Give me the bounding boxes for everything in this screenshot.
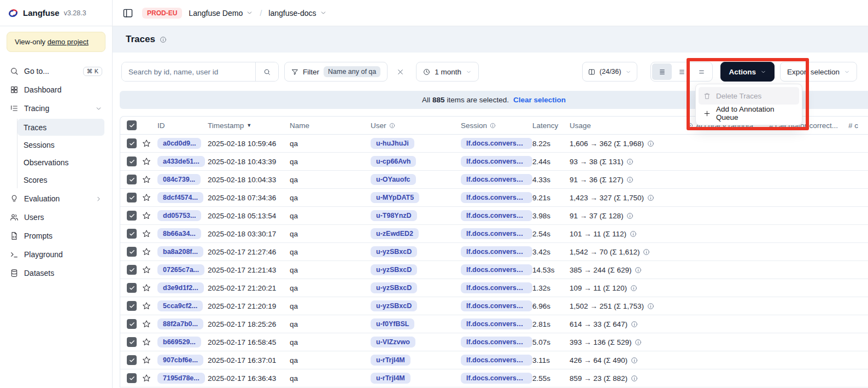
bookmark-star-icon[interactable] bbox=[142, 302, 151, 310]
trace-id-badge[interactable]: a433de51... bbox=[157, 156, 205, 167]
sidebar-item-tracing[interactable]: Tracing bbox=[5, 99, 107, 118]
table-row[interactable]: d3e9d1f2... 2025-02-17 21:20:21 qa u-yzS… bbox=[120, 279, 868, 297]
bookmark-star-icon[interactable] bbox=[142, 211, 151, 220]
row-checkbox[interactable] bbox=[127, 355, 137, 365]
trace-id-badge[interactable]: 084c739... bbox=[157, 174, 201, 185]
clear-filter-button[interactable] bbox=[392, 63, 408, 80]
sidebar-item-evaluation[interactable]: Evaluation bbox=[5, 189, 107, 208]
row-height-medium-button[interactable] bbox=[672, 63, 691, 80]
org-selector[interactable]: Langfuse Demo bbox=[189, 9, 253, 18]
bookmark-star-icon[interactable] bbox=[142, 157, 151, 166]
user-id-badge[interactable]: u-yzSBxcD bbox=[371, 246, 417, 257]
trace-id-badge[interactable]: ba8a208f... bbox=[157, 246, 203, 257]
trace-id-badge[interactable]: 7195d78e... bbox=[157, 373, 205, 384]
user-id-badge[interactable]: u-rTrjI4M bbox=[371, 355, 410, 366]
bookmark-star-icon[interactable] bbox=[142, 356, 151, 364]
trace-id-badge[interactable]: 88f2a7b0... bbox=[157, 318, 203, 329]
session-id-badge[interactable]: lf.docs.conversation... bbox=[461, 282, 532, 293]
row-checkbox[interactable] bbox=[127, 193, 137, 202]
user-id-badge[interactable]: u-MYpDAT5 bbox=[371, 192, 419, 203]
filter-button[interactable]: Filter Name any of qa bbox=[284, 62, 388, 82]
usage-info-icon[interactable] bbox=[647, 140, 654, 147]
row-checkbox[interactable] bbox=[127, 247, 137, 257]
usage-info-icon[interactable] bbox=[626, 158, 634, 165]
timeframe-select[interactable]: 1 month bbox=[416, 62, 479, 82]
trace-id-badge[interactable]: 8dcf4574... bbox=[157, 192, 203, 203]
project-selector[interactable]: langfuse-docs bbox=[268, 9, 326, 18]
table-row[interactable]: a0cd0d9... 2025-02-18 10:59:46 qa u-huJh… bbox=[120, 135, 868, 153]
header-timestamp[interactable]: Timestamp▼ bbox=[208, 121, 290, 130]
table-row[interactable]: 8dcf4574... 2025-02-18 07:34:36 qa u-MYp… bbox=[120, 189, 868, 207]
usage-info-icon[interactable] bbox=[631, 375, 638, 382]
sidebar-item-observations[interactable]: Observations bbox=[17, 154, 104, 171]
session-id-badge[interactable]: lf.docs.conversation... bbox=[461, 355, 532, 366]
session-id-badge[interactable]: lf.docs.conversation... bbox=[461, 138, 532, 149]
menu-item-delete-traces[interactable]: Delete Traces bbox=[699, 87, 799, 105]
table-row[interactable]: ba8a208f... 2025-02-17 21:27:46 qa u-yzS… bbox=[120, 243, 868, 261]
column-visibility-button[interactable]: (24/36) bbox=[582, 62, 638, 82]
trace-id-badge[interactable]: b669529... bbox=[157, 337, 201, 348]
row-checkbox[interactable] bbox=[127, 373, 137, 383]
sidebar-item-playground[interactable]: Playground bbox=[5, 245, 107, 264]
usage-info-icon[interactable] bbox=[631, 321, 638, 328]
usage-info-icon[interactable] bbox=[626, 212, 634, 219]
trace-id-badge[interactable]: a0cd0d9... bbox=[157, 138, 201, 149]
info-icon[interactable] bbox=[389, 123, 395, 129]
bookmark-star-icon[interactable] bbox=[142, 265, 151, 274]
usage-info-icon[interactable] bbox=[647, 194, 654, 201]
session-id-badge[interactable]: lf.docs.conversation... bbox=[461, 373, 532, 384]
table-row[interactable]: 8b66a34... 2025-02-18 03:30:17 qa u-zEwd… bbox=[120, 225, 868, 243]
row-checkbox[interactable] bbox=[127, 283, 137, 293]
table-row[interactable]: 07265c7a... 2025-02-17 21:21:43 qa u-yzS… bbox=[120, 261, 868, 279]
sidebar-item-goto[interactable]: Go to... ⌘ K bbox=[5, 62, 107, 80]
usage-info-icon[interactable] bbox=[635, 267, 642, 274]
sidebar-toggle-button[interactable] bbox=[120, 5, 136, 21]
sidebar-item-users[interactable]: Users bbox=[5, 208, 107, 227]
session-id-badge[interactable]: lf.docs.conversation... bbox=[461, 192, 532, 203]
bookmark-star-icon[interactable] bbox=[142, 193, 151, 202]
trace-id-badge[interactable]: dd05753... bbox=[157, 210, 201, 221]
demo-project-link[interactable]: demo project bbox=[48, 38, 89, 46]
row-checkbox[interactable] bbox=[127, 138, 137, 148]
info-icon[interactable] bbox=[490, 123, 496, 129]
user-id-badge[interactable]: u-huJhuJi bbox=[371, 138, 414, 149]
table-row[interactable]: b669529... 2025-02-17 16:58:45 qa u-VIZz… bbox=[120, 333, 868, 351]
usage-info-icon[interactable] bbox=[630, 285, 637, 292]
user-id-badge[interactable]: u-VIZzvwo bbox=[371, 337, 415, 348]
row-checkbox[interactable] bbox=[127, 319, 137, 329]
table-row[interactable]: 907cbf6e... 2025-02-17 16:37:01 qa u-rTr… bbox=[120, 351, 868, 369]
session-id-badge[interactable]: lf.docs.conversation... bbox=[461, 318, 532, 329]
menu-item-add-to-annotation-queue[interactable]: Add to Annotation Queue bbox=[699, 105, 799, 122]
user-id-badge[interactable]: u-OYauofc bbox=[371, 174, 416, 185]
session-id-badge[interactable]: lf.docs.conversation... bbox=[461, 264, 532, 275]
sidebar-item-traces[interactable]: Traces bbox=[17, 119, 104, 136]
table-row[interactable]: dd05753... 2025-02-18 05:13:54 qa u-T98Y… bbox=[120, 207, 868, 225]
sidebar-item-sessions[interactable]: Sessions bbox=[17, 136, 104, 153]
trace-id-badge[interactable]: 5cca9cf2... bbox=[157, 300, 203, 311]
bookmark-star-icon[interactable] bbox=[142, 283, 151, 292]
clear-selection-link[interactable]: Clear selection bbox=[513, 96, 566, 104]
trace-id-badge[interactable]: 07265c7a... bbox=[157, 264, 204, 275]
row-checkbox[interactable] bbox=[127, 211, 137, 221]
row-height-small-button[interactable] bbox=[652, 63, 672, 80]
trace-id-badge[interactable]: d3e9d1f2... bbox=[157, 282, 204, 293]
table-row[interactable]: 88f2a7b0... 2025-02-17 18:25:26 qa u-f0Y… bbox=[120, 315, 868, 333]
row-checkbox[interactable] bbox=[127, 337, 137, 347]
usage-info-icon[interactable] bbox=[626, 176, 634, 183]
row-height-large-button[interactable] bbox=[691, 63, 711, 80]
trace-id-badge[interactable]: 8b66a34... bbox=[157, 228, 201, 239]
usage-info-icon[interactable] bbox=[631, 357, 638, 364]
user-id-badge[interactable]: u-f0YfBSL bbox=[371, 318, 414, 329]
bookmark-star-icon[interactable] bbox=[142, 338, 151, 346]
user-id-badge[interactable]: u-cp66Avh bbox=[371, 156, 416, 167]
user-id-badge[interactable]: u-rTrjI4M bbox=[371, 373, 410, 384]
info-icon[interactable] bbox=[160, 36, 167, 43]
sidebar-item-dashboard[interactable]: Dashboard bbox=[5, 80, 107, 99]
table-row[interactable]: 7195d78e... 2025-02-17 16:36:43 qa u-rTr… bbox=[120, 369, 868, 387]
user-id-badge[interactable]: u-yzSBxcD bbox=[371, 300, 417, 311]
usage-info-icon[interactable] bbox=[635, 339, 642, 346]
bookmark-star-icon[interactable] bbox=[142, 247, 151, 256]
usage-info-icon[interactable] bbox=[630, 230, 637, 238]
usage-info-icon[interactable] bbox=[647, 303, 654, 310]
usage-info-icon[interactable] bbox=[643, 248, 650, 256]
